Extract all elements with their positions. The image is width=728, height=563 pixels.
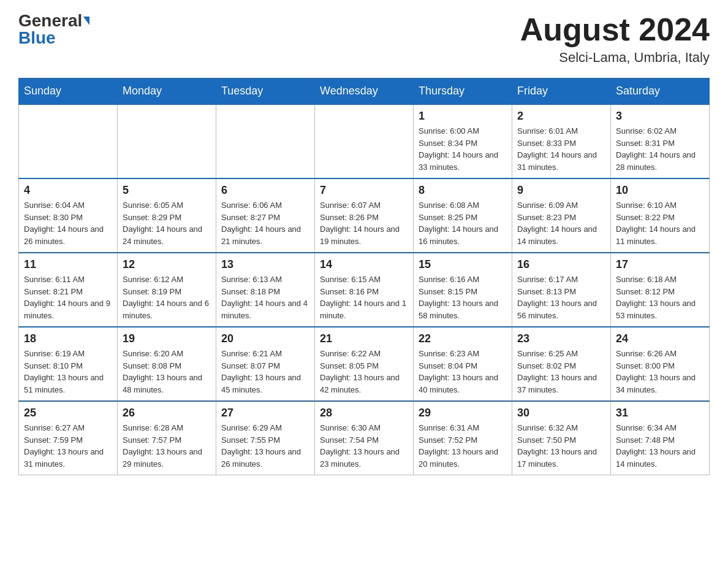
day-number: 26: [123, 407, 211, 419]
day-number: 1: [419, 110, 507, 123]
day-info: Sunrise: 6:31 AMSunset: 7:52 PMDaylight:…: [419, 422, 507, 470]
calendar-header-thursday: Thursday: [414, 79, 512, 105]
location-text: Selci-Lama, Umbria, Italy: [520, 50, 710, 66]
calendar-header-monday: Monday: [118, 79, 216, 105]
calendar-cell: 8Sunrise: 6:08 AMSunset: 8:25 PMDaylight…: [414, 178, 512, 253]
day-number: 27: [221, 407, 309, 419]
day-number: 14: [320, 258, 408, 271]
calendar-cell: 26Sunrise: 6:28 AMSunset: 7:57 PMDayligh…: [118, 401, 216, 475]
title-block: August 2024 Selci-Lama, Umbria, Italy: [520, 12, 710, 66]
day-info: Sunrise: 6:20 AMSunset: 8:08 PMDaylight:…: [123, 348, 211, 396]
calendar-cell: 13Sunrise: 6:13 AMSunset: 8:18 PMDayligh…: [216, 253, 315, 327]
calendar-cell: 16Sunrise: 6:17 AMSunset: 8:13 PMDayligh…: [512, 253, 611, 327]
calendar-cell: 29Sunrise: 6:31 AMSunset: 7:52 PMDayligh…: [414, 401, 512, 475]
calendar-cell: 19Sunrise: 6:20 AMSunset: 8:08 PMDayligh…: [118, 327, 216, 401]
day-number: 10: [616, 184, 704, 197]
calendar-cell: 18Sunrise: 6:19 AMSunset: 8:10 PMDayligh…: [19, 327, 118, 401]
day-number: 20: [221, 332, 309, 345]
calendar-header-row: SundayMondayTuesdayWednesdayThursdayFrid…: [19, 79, 710, 105]
calendar-cell: [216, 104, 315, 178]
week-row-3: 11Sunrise: 6:11 AMSunset: 8:21 PMDayligh…: [19, 253, 710, 327]
calendar-cell: 14Sunrise: 6:15 AMSunset: 8:16 PMDayligh…: [315, 253, 414, 327]
day-info: Sunrise: 6:21 AMSunset: 8:07 PMDaylight:…: [221, 348, 309, 396]
day-info: Sunrise: 6:34 AMSunset: 7:48 PMDaylight:…: [616, 422, 704, 470]
calendar-cell: 20Sunrise: 6:21 AMSunset: 8:07 PMDayligh…: [216, 327, 315, 401]
calendar-cell: [19, 104, 118, 178]
page-header: General Blue August 2024 Selci-Lama, Umb…: [18, 12, 710, 66]
calendar-cell: 7Sunrise: 6:07 AMSunset: 8:26 PMDaylight…: [315, 178, 414, 253]
week-row-5: 25Sunrise: 6:27 AMSunset: 7:59 PMDayligh…: [19, 401, 710, 475]
calendar-cell: 22Sunrise: 6:23 AMSunset: 8:04 PMDayligh…: [414, 327, 512, 401]
logo: General Blue: [18, 12, 89, 47]
month-title: August 2024: [520, 12, 710, 47]
day-info: Sunrise: 6:27 AMSunset: 7:59 PMDaylight:…: [24, 422, 112, 470]
day-number: 9: [517, 184, 605, 197]
week-row-4: 18Sunrise: 6:19 AMSunset: 8:10 PMDayligh…: [19, 327, 710, 401]
day-info: Sunrise: 6:11 AMSunset: 8:21 PMDaylight:…: [24, 274, 112, 321]
day-number: 7: [320, 184, 408, 197]
day-number: 6: [221, 184, 309, 197]
calendar-cell: 21Sunrise: 6:22 AMSunset: 8:05 PMDayligh…: [315, 327, 414, 401]
calendar-cell: 6Sunrise: 6:06 AMSunset: 8:27 PMDaylight…: [216, 178, 315, 253]
day-number: 30: [517, 407, 605, 419]
day-info: Sunrise: 6:30 AMSunset: 7:54 PMDaylight:…: [320, 422, 408, 470]
day-info: Sunrise: 6:12 AMSunset: 8:19 PMDaylight:…: [123, 274, 211, 321]
day-info: Sunrise: 6:13 AMSunset: 8:18 PMDaylight:…: [221, 274, 309, 321]
calendar-cell: 2Sunrise: 6:01 AMSunset: 8:33 PMDaylight…: [512, 104, 611, 178]
calendar-cell: 27Sunrise: 6:29 AMSunset: 7:55 PMDayligh…: [216, 401, 315, 475]
day-number: 8: [419, 184, 507, 197]
calendar-cell: 3Sunrise: 6:02 AMSunset: 8:31 PMDaylight…: [611, 104, 710, 178]
day-info: Sunrise: 6:25 AMSunset: 8:02 PMDaylight:…: [517, 348, 605, 396]
day-number: 5: [123, 184, 211, 197]
day-info: Sunrise: 6:29 AMSunset: 7:55 PMDaylight:…: [221, 422, 309, 470]
calendar-table: SundayMondayTuesdayWednesdayThursdayFrid…: [18, 78, 710, 475]
week-row-1: 1Sunrise: 6:00 AMSunset: 8:34 PMDaylight…: [19, 104, 710, 178]
day-info: Sunrise: 6:28 AMSunset: 7:57 PMDaylight:…: [123, 422, 211, 470]
calendar-cell: 15Sunrise: 6:16 AMSunset: 8:15 PMDayligh…: [414, 253, 512, 327]
week-row-2: 4Sunrise: 6:04 AMSunset: 8:30 PMDaylight…: [19, 178, 710, 253]
calendar-cell: 17Sunrise: 6:18 AMSunset: 8:12 PMDayligh…: [611, 253, 710, 327]
day-info: Sunrise: 6:04 AMSunset: 8:30 PMDaylight:…: [24, 199, 112, 247]
calendar-cell: 24Sunrise: 6:26 AMSunset: 8:00 PMDayligh…: [611, 327, 710, 401]
day-info: Sunrise: 6:15 AMSunset: 8:16 PMDaylight:…: [320, 274, 408, 321]
logo-triangle-icon: [83, 17, 89, 25]
calendar-cell: 31Sunrise: 6:34 AMSunset: 7:48 PMDayligh…: [611, 401, 710, 475]
day-number: 21: [320, 332, 408, 345]
calendar-cell: 9Sunrise: 6:09 AMSunset: 8:23 PMDaylight…: [512, 178, 611, 253]
day-number: 18: [24, 332, 112, 345]
day-number: 16: [517, 258, 605, 271]
logo-blue-text: Blue: [18, 29, 56, 47]
calendar-cell: [118, 104, 216, 178]
day-number: 4: [24, 184, 112, 197]
day-info: Sunrise: 6:18 AMSunset: 8:12 PMDaylight:…: [616, 274, 704, 321]
day-info: Sunrise: 6:19 AMSunset: 8:10 PMDaylight:…: [24, 348, 112, 396]
day-info: Sunrise: 6:32 AMSunset: 7:50 PMDaylight:…: [517, 422, 605, 470]
day-info: Sunrise: 6:01 AMSunset: 8:33 PMDaylight:…: [517, 125, 605, 173]
day-info: Sunrise: 6:26 AMSunset: 8:00 PMDaylight:…: [616, 348, 704, 396]
calendar-cell: 10Sunrise: 6:10 AMSunset: 8:22 PMDayligh…: [611, 178, 710, 253]
day-number: 11: [24, 258, 112, 271]
day-info: Sunrise: 6:02 AMSunset: 8:31 PMDaylight:…: [616, 125, 704, 173]
day-number: 24: [616, 332, 704, 345]
day-number: 17: [616, 258, 704, 271]
day-number: 2: [517, 110, 605, 123]
day-number: 31: [616, 407, 704, 419]
day-info: Sunrise: 6:00 AMSunset: 8:34 PMDaylight:…: [419, 125, 507, 173]
calendar-cell: 4Sunrise: 6:04 AMSunset: 8:30 PMDaylight…: [19, 178, 118, 253]
calendar-cell: [315, 104, 414, 178]
day-info: Sunrise: 6:23 AMSunset: 8:04 PMDaylight:…: [419, 348, 507, 396]
calendar-cell: 1Sunrise: 6:00 AMSunset: 8:34 PMDaylight…: [414, 104, 512, 178]
calendar-cell: 5Sunrise: 6:05 AMSunset: 8:29 PMDaylight…: [118, 178, 216, 253]
day-info: Sunrise: 6:09 AMSunset: 8:23 PMDaylight:…: [517, 199, 605, 247]
day-number: 15: [419, 258, 507, 271]
calendar-cell: 25Sunrise: 6:27 AMSunset: 7:59 PMDayligh…: [19, 401, 118, 475]
calendar-cell: 30Sunrise: 6:32 AMSunset: 7:50 PMDayligh…: [512, 401, 611, 475]
day-number: 12: [123, 258, 211, 271]
calendar-header-saturday: Saturday: [611, 79, 710, 105]
day-number: 3: [616, 110, 704, 123]
day-info: Sunrise: 6:17 AMSunset: 8:13 PMDaylight:…: [517, 274, 605, 321]
calendar-cell: 11Sunrise: 6:11 AMSunset: 8:21 PMDayligh…: [19, 253, 118, 327]
day-number: 19: [123, 332, 211, 345]
calendar-cell: 12Sunrise: 6:12 AMSunset: 8:19 PMDayligh…: [118, 253, 216, 327]
day-info: Sunrise: 6:10 AMSunset: 8:22 PMDaylight:…: [616, 199, 704, 247]
